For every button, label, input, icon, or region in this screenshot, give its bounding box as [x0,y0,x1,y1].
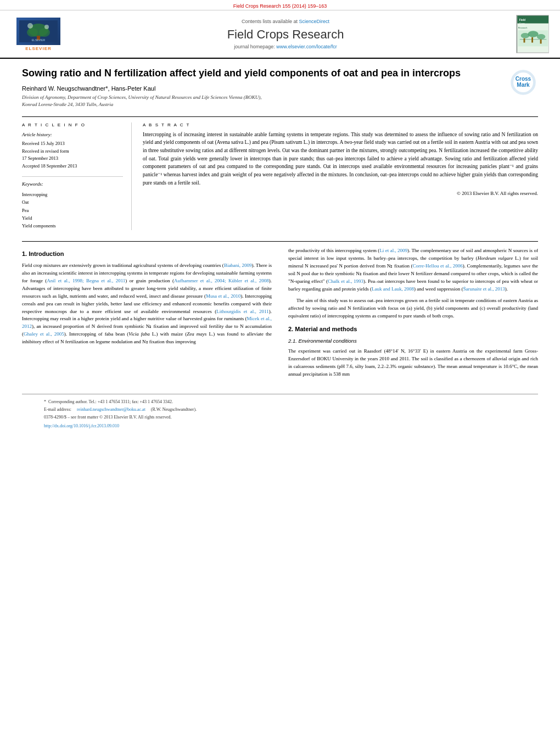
received-date: Received 15 July 2013 [22,140,123,148]
elsevier-logo: ELSEVIER ELSEVIER [11,18,66,51]
journal-title-area: Contents lists available at ScienceDirec… [66,19,505,49]
keyword-1: Intercropping [22,191,123,198]
email-link[interactable]: reinhard.neugschwandtner@boku.ac.at [77,406,145,413]
article-info-label: A R T I C L E I N F O [22,122,123,127]
journal-header: ELSEVIER ELSEVIER Contents lists availab… [0,10,560,59]
article-content: Sowing ratio and N fertilization affect … [0,59,560,443]
keywords-label: Keywords: [22,180,123,188]
body-col2-para3: The experiment was carried out in Raasdo… [288,348,538,378]
email-note: (R.W. Neugschwandtner). [151,406,197,413]
body-column-right: the productivity of this intercropping s… [288,247,538,383]
footnote-symbol: * [44,399,46,405]
elsevier-tree-icon: ELSEVIER [19,20,58,42]
elsevier-logo-area: ELSEVIER ELSEVIER [11,18,66,51]
accepted-date: Accepted 18 September 2013 [22,163,123,170]
section-2-heading: 2. Material and methods [288,325,538,334]
info-divider [22,176,123,177]
article-authors: Reinhard W. Neugschwandtner*, Hans-Peter… [22,85,538,92]
abstract-copyright: © 2013 Elsevier B.V. All rights reserved… [143,191,538,196]
elsevier-logo-image: ELSEVIER [16,18,60,45]
affiliation-line1: Division of Agronomy, Department of Crop… [22,94,538,101]
subsection-2-1-heading: 2.1. Environmental conditions [288,337,538,345]
svg-text:Mark: Mark [517,82,530,88]
ref-musa[interactable]: Musa et al., 2010 [206,293,240,299]
article-affiliation: Division of Agronomy, Department of Crop… [22,94,538,108]
article-info-column: A R T I C L E I N F O Article history: R… [22,122,132,230]
footer-issn: 0378-4290/$ – see front matter © 2013 El… [44,414,516,421]
ref-aufhammer[interactable]: Aufhammer et al., 2004; Kübler et al., 2… [174,278,269,283]
article-info-abstract-section: A R T I C L E I N F O Article history: R… [22,116,538,230]
footnote-text: Corresponding author. Tel.: +43 1 47654 … [48,399,173,405]
journal-thumbnail-area: Field Crops Research [505,15,549,53]
affiliation-line2: Konrad Lorenz-Straße 24, 3430 Tulln, Aus… [22,101,538,108]
journal-cover-thumbnail: Field Crops Research [516,15,549,53]
svg-text:Cross: Cross [515,76,531,82]
keyword-4: Yield [22,214,123,222]
svg-rect-20 [540,40,542,44]
abstract-label: A B S T R A C T [143,122,538,127]
svg-point-6 [44,25,49,29]
crossmark-badge[interactable]: Cross Mark [508,67,538,97]
journal-name: Field Crops Research [66,27,505,42]
article-history: Article history: Received 15 July 2013 R… [22,131,123,170]
svg-rect-19 [531,37,533,43]
keyword-5: Yield components [22,222,123,230]
body-column-left: 1. Introduction Field crop mixtures are … [22,247,272,383]
ref-corre-hellou[interactable]: Corre-Hellou et al., 2006 [412,263,462,269]
journal-homepage-link[interactable]: www.elsevier.com/locate/fcr [276,44,337,49]
body-col2-para2: The aim of this study was to assess oat–… [288,297,538,320]
history-label: Article history: [22,131,123,138]
elsevier-text: ELSEVIER [25,46,52,51]
body-text-area: 1. Introduction Field crop mixtures are … [22,247,538,383]
article-title-text: Sowing ratio and N fertilization affect … [22,68,461,79]
svg-point-17 [537,34,546,40]
abstract-text: Intercropping is of increasing interest … [143,131,538,187]
svg-text:Crops: Crops [519,22,525,25]
article-title-container: Sowing ratio and N fertilization affect … [22,67,538,80]
svg-point-3 [39,28,50,37]
and-text: and [417,286,424,292]
svg-point-5 [27,23,33,29]
journal-citation-bar: Field Crops Research 155 (2014) 159–163 [0,0,560,10]
ref-li[interactable]: Li et al., 2009 [379,248,407,253]
svg-text:Research: Research [518,26,528,29]
ref-lauk[interactable]: Lauk and Lauk, 2008 [372,286,414,292]
section-1-heading: 1. Introduction [22,249,272,259]
svg-point-2 [27,28,38,37]
footer-doi: http://dx.doi.org/10.1016/j.fcr.2013.09.… [44,423,516,429]
keyword-2: Oat [22,198,123,206]
svg-text:Field: Field [519,19,525,21]
journal-homepage-line: journal homepage: www.elsevier.com/locat… [66,44,505,49]
ref-sarunaite[interactable]: Šarunaite et al., 2013 [463,286,505,292]
body-divider [22,241,538,242]
email-label: E-mail address: [44,406,71,413]
footnote-email: E-mail address: reinhard.neugschwandtner… [44,406,516,413]
article-footer: * Corresponding author. Tel.: +43 1 4765… [22,394,538,429]
svg-rect-18 [524,38,525,43]
ref-anil[interactable]: Anil et al., 1998; Begna et al., 2011 [47,278,125,283]
svg-text:ELSEVIER: ELSEVIER [32,38,46,42]
doi-link[interactable]: http://dx.doi.org/10.1016/j.fcr.2013.09.… [44,423,119,428]
revised-date: 17 September 2013 [22,155,123,163]
authors-text: Reinhard W. Neugschwandtner*, Hans-Peter… [22,85,155,92]
keyword-3: Pea [22,207,123,214]
ref-biabani[interactable]: Biabani, 2009 [224,263,252,268]
ref-chalk[interactable]: Chalk et al., 1993 [328,278,363,284]
footnote-corresponding: * Corresponding author. Tel.: +43 1 4765… [44,399,516,405]
svg-point-16 [528,31,538,37]
body-col1-para1: Field crop mixtures are extensively grow… [22,262,272,346]
journal-citation: Field Crops Research 155 (2014) 159–163 [233,3,327,9]
ref-micek[interactable]: Micek et al., 2012 [22,316,272,329]
abstract-column: A B S T R A C T Intercropping is of incr… [143,122,538,230]
keywords-section: Keywords: Intercropping Oat Pea Yield Yi… [22,180,123,230]
sciencedirect-link[interactable]: ScienceDirect [299,19,330,24]
sciencedirect-line: Contents lists available at ScienceDirec… [66,19,505,24]
ref-ghaley[interactable]: Ghaley et al., 2005 [24,331,64,337]
body-col2-para1: the productivity of this intercropping s… [288,247,538,293]
received-revised-label: Received in revised form [22,148,123,155]
ref-lithourgidis[interactable]: Lithourgidis et al., 2011 [216,309,269,314]
